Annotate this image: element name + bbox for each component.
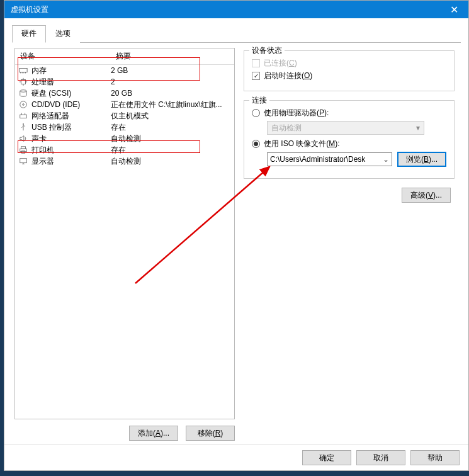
device-summary: 存在: [111, 145, 234, 156]
device-summary: 20 GB: [111, 89, 234, 98]
use-physical-radio[interactable]: [252, 109, 260, 117]
title-bar: 虚拟机设置 ✕: [4, 1, 468, 18]
memory-icon: [15, 66, 31, 75]
connect-at-poweron-checkbox[interactable]: ✓: [252, 72, 260, 80]
device-summary: 2: [111, 77, 234, 86]
add-button[interactable]: 添加(A)...: [129, 426, 178, 441]
tab-hardware[interactable]: 硬件: [12, 25, 46, 43]
device-status-title: 设备状态: [249, 45, 285, 56]
device-name: 打印机: [31, 145, 111, 156]
device-row-net[interactable]: 网络适配器仅主机模式: [15, 110, 234, 122]
device-name: 声卡: [31, 133, 111, 144]
device-name: 硬盘 (SCSI): [31, 88, 111, 99]
device-row-cpu[interactable]: 处理器2: [15, 76, 234, 88]
tab-options[interactable]: 选项: [46, 25, 80, 43]
ok-button[interactable]: 确定: [302, 450, 351, 465]
device-summary: 存在: [111, 122, 234, 133]
svg-point-11: [20, 101, 27, 108]
device-row-print[interactable]: 打印机存在: [15, 144, 234, 156]
use-iso-radio[interactable]: [252, 140, 260, 148]
device-name: 网络适配器: [31, 111, 111, 122]
device-name: USB 控制器: [31, 122, 111, 133]
svg-rect-5: [21, 80, 26, 84]
close-button[interactable]: ✕: [440, 1, 468, 18]
vm-settings-window: 虚拟机设置 ✕ 硬件 选项 设备 摘要 内存2 GB处理器2硬盘 (SCSI)2…: [4, 0, 469, 471]
device-summary: 自动检测: [111, 156, 234, 167]
svg-point-10: [20, 90, 27, 93]
cd-icon: [15, 100, 31, 109]
dialog-footer: 确定 取消 帮助: [4, 445, 468, 470]
svg-point-16: [23, 123, 24, 125]
svg-rect-20: [20, 159, 27, 163]
window-title: 虚拟机设置: [11, 4, 440, 15]
connection-group: 连接 使用物理驱动器(P): 自动检测 使用 ISO 映像文件(M):: [244, 100, 455, 179]
cancel-button[interactable]: 取消: [356, 450, 405, 465]
net-icon: [15, 111, 31, 120]
col-summary-header[interactable]: 摘要: [111, 48, 234, 64]
device-status-group: 设备状态 已连接(C) ✓ 启动时连接(O): [244, 50, 455, 91]
device-row-cd[interactable]: CD/DVD (IDE)正在使用文件 C:\红旗linux\红旗...: [15, 99, 234, 110]
use-iso-label: 使用 ISO 映像文件(M):: [264, 139, 340, 149]
connection-title: 连接: [249, 95, 269, 106]
help-button[interactable]: 帮助: [410, 450, 460, 465]
print-icon: [15, 145, 31, 154]
device-row-disk[interactable]: 硬盘 (SCSI)20 GB: [15, 88, 234, 99]
use-physical-label: 使用物理驱动器(P):: [264, 108, 329, 118]
device-name: CD/DVD (IDE): [31, 100, 111, 109]
browse-button[interactable]: 浏览(B)...: [397, 152, 446, 167]
device-row-sound[interactable]: 声卡自动检测: [15, 133, 234, 144]
svg-rect-0: [20, 69, 27, 72]
device-summary: 2 GB: [111, 66, 234, 75]
remove-button[interactable]: 移除(R): [186, 426, 235, 441]
svg-point-12: [23, 104, 25, 106]
cpu-icon: [15, 77, 31, 86]
device-name: 内存: [31, 65, 111, 76]
iso-path-input[interactable]: C:\Users\Administrator\Desk: [267, 152, 392, 166]
device-list: 设备 摘要 内存2 GB处理器2硬盘 (SCSI)20 GBCD/DVD (ID…: [14, 48, 235, 419]
svg-rect-13: [20, 115, 27, 118]
device-summary: 正在使用文件 C:\红旗linux\红旗...: [111, 99, 234, 110]
physical-drive-select: 自动检测: [267, 121, 424, 135]
device-name: 显示器: [31, 156, 111, 167]
col-device-header[interactable]: 设备: [15, 48, 111, 64]
display-icon: [15, 157, 31, 166]
device-row-display[interactable]: 显示器自动检测: [15, 156, 234, 167]
disk-icon: [15, 89, 31, 98]
connect-at-poweron-label: 启动时连接(O): [264, 71, 312, 81]
connected-label: 已连接(C): [264, 58, 297, 69]
device-row-memory[interactable]: 内存2 GB: [15, 65, 234, 76]
device-row-usb[interactable]: USB 控制器存在: [15, 122, 234, 133]
connected-checkbox: [252, 59, 260, 67]
device-summary: 仅主机模式: [111, 111, 234, 122]
svg-rect-17: [21, 147, 26, 149]
advanced-button[interactable]: 高级(V)...: [402, 188, 451, 203]
sound-icon: [15, 134, 31, 143]
tab-strip: 硬件 选项: [12, 25, 461, 43]
device-name: 处理器: [31, 77, 111, 88]
usb-icon: [15, 123, 31, 132]
device-summary: 自动检测: [111, 133, 234, 144]
